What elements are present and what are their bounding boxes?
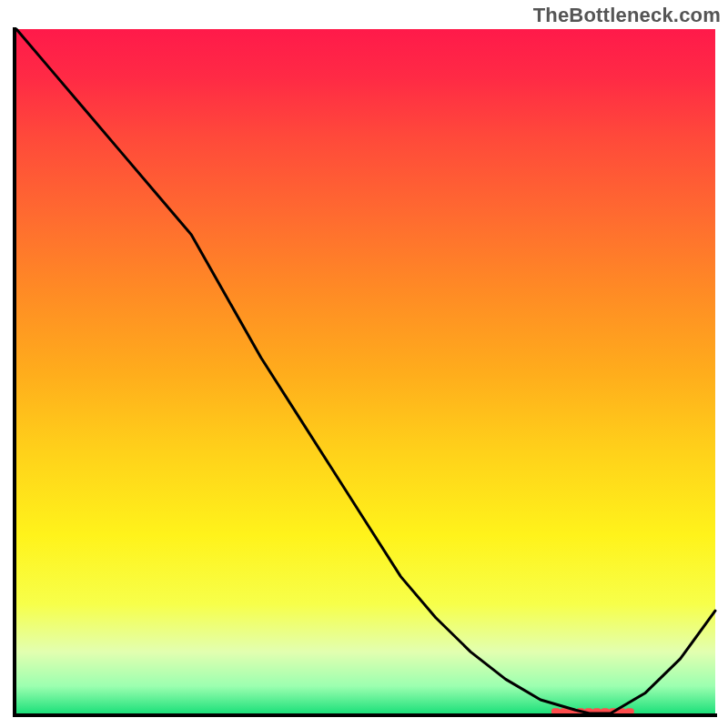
chart-wrapper: TheBottleneck.com: [0, 0, 728, 728]
source-attribution: TheBottleneck.com: [533, 4, 721, 27]
plot-background: [16, 29, 715, 713]
bottleneck-curve-chart: [11, 27, 717, 719]
chart-svg: [11, 27, 717, 719]
